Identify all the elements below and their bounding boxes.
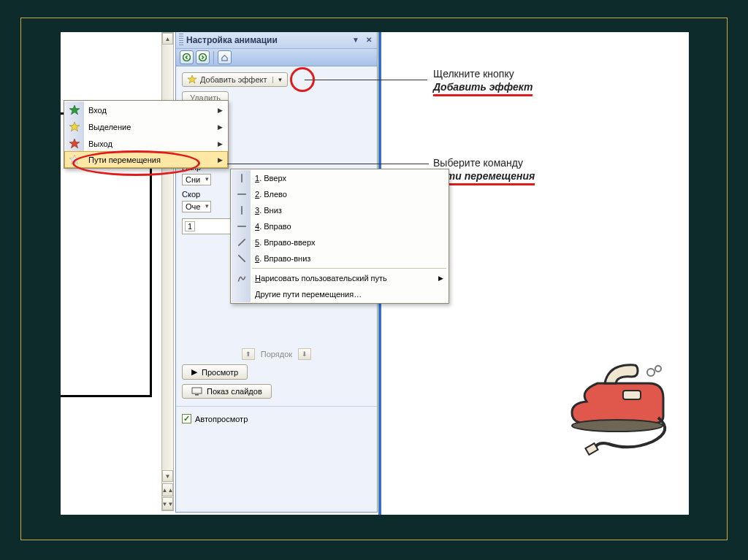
highlight-circle — [290, 67, 315, 92]
svg-marker-7 — [69, 139, 80, 148]
reorder-label: Порядок — [261, 350, 292, 358]
submenu-arrow-icon: ▶ — [218, 107, 223, 114]
task-pane-nav — [176, 49, 377, 66]
svg-point-18 — [655, 366, 661, 372]
submenu-item-more-paths[interactable]: Другие пути перемещения… — [232, 286, 448, 302]
path-up-icon — [237, 173, 247, 183]
scroll-down-icon[interactable]: ▼ — [162, 470, 173, 482]
task-pane-title: Настройка анимации — [186, 35, 278, 45]
submenu-arrow-icon: ▶ — [218, 123, 223, 131]
svg-rect-4 — [195, 394, 199, 396]
monitor-icon — [191, 387, 202, 396]
path-diag-down-icon — [237, 253, 247, 264]
callout-line — [227, 164, 429, 164]
speed-label: Скор — [182, 190, 210, 199]
svg-rect-19 — [585, 443, 598, 455]
svg-point-17 — [647, 369, 654, 376]
nav-back-icon[interactable] — [180, 50, 194, 64]
svg-line-13 — [238, 239, 245, 245]
path-down-icon — [237, 205, 247, 215]
submenu-item-down[interactable]: 3. Вниз — [232, 202, 448, 218]
task-pane-menu-icon[interactable]: ▼ — [351, 35, 361, 45]
move-up-icon[interactable]: ⬆ — [242, 348, 255, 360]
next-slide-icon[interactable]: ▼▼ — [162, 497, 173, 510]
submenu-item-left[interactable]: 2. Влево — [232, 186, 448, 202]
slideshow-button[interactable]: Показ слайдов — [182, 384, 272, 399]
prev-slide-icon[interactable]: ▲▲ — [162, 483, 173, 496]
annotation-add-effect: Щелкните кнопку Добавить эффект — [433, 67, 533, 96]
submenu-item-right[interactable]: 4. Вправо — [232, 218, 448, 234]
svg-line-14 — [238, 255, 245, 261]
path-left-icon — [237, 189, 247, 199]
svg-marker-2 — [188, 75, 196, 83]
direction-dropdown[interactable]: Сни — [182, 174, 211, 185]
star-icon — [69, 121, 80, 133]
submenu-item-right-up[interactable]: 5. Вправо-вверх — [232, 234, 448, 250]
svg-rect-16 — [623, 391, 641, 399]
submenu-arrow-icon: ▶ — [218, 156, 223, 164]
svg-marker-5 — [69, 105, 80, 115]
submenu-item-draw-custom[interactable]: Нарисовать пользовательский путь ▶ — [232, 270, 448, 286]
star-icon — [69, 104, 80, 116]
menu-item-emphasis[interactable]: Выделение ▶ — [65, 118, 227, 135]
speed-dropdown[interactable]: Оче — [182, 201, 211, 212]
motion-path-submenu: 1. Вверх 2. Влево 3. Вниз 4. Вправо 5. В… — [230, 169, 449, 304]
iron-clipart-icon — [565, 350, 674, 456]
menu-item-exit[interactable]: Выход ▶ — [65, 135, 227, 152]
star-icon — [69, 138, 80, 150]
svg-marker-6 — [69, 122, 80, 131]
callout-line — [305, 80, 427, 80]
menu-item-entrance[interactable]: Вход ▶ — [65, 101, 227, 118]
submenu-arrow-icon: ▶ — [438, 275, 443, 282]
svg-rect-3 — [192, 388, 202, 394]
submenu-item-right-down[interactable]: 6. Вправо-вниз — [232, 250, 448, 266]
scroll-up-icon[interactable]: ▲ — [162, 33, 173, 45]
dropdown-arrow-icon[interactable]: ▼ — [272, 77, 283, 83]
path-custom-icon — [237, 273, 247, 283]
close-icon[interactable]: ✕ — [364, 35, 374, 45]
path-right-icon — [237, 221, 247, 231]
move-down-icon[interactable]: ⬇ — [298, 348, 311, 360]
svg-point-0 — [183, 54, 191, 61]
submenu-arrow-icon: ▶ — [218, 140, 223, 147]
svg-point-15 — [572, 420, 663, 431]
grip-icon[interactable] — [179, 34, 183, 47]
task-pane-header: Настройка анимации ▼ ✕ — [176, 32, 377, 49]
path-diag-up-icon — [237, 237, 247, 248]
nav-forward-icon[interactable] — [196, 50, 210, 64]
preview-button[interactable]: ▶ Просмотр — [182, 364, 248, 380]
submenu-item-up[interactable]: 1. Вверх — [232, 170, 448, 186]
nav-home-icon[interactable] — [218, 50, 232, 64]
add-effect-button[interactable]: Добавить эффект ▼ — [182, 72, 288, 87]
play-icon: ▶ — [191, 367, 197, 377]
autopreview-checkbox[interactable]: ✓ Автопросмотр — [182, 414, 371, 423]
highlight-ellipse — [72, 150, 200, 176]
star-icon — [187, 74, 197, 85]
reorder-controls: ⬆ Порядок ⬇ — [182, 348, 371, 360]
checkbox-checked-icon: ✓ — [182, 414, 191, 423]
add-effect-label: Добавить эффект — [200, 75, 267, 84]
svg-point-1 — [199, 54, 207, 61]
effect-index: 1 — [185, 221, 195, 231]
